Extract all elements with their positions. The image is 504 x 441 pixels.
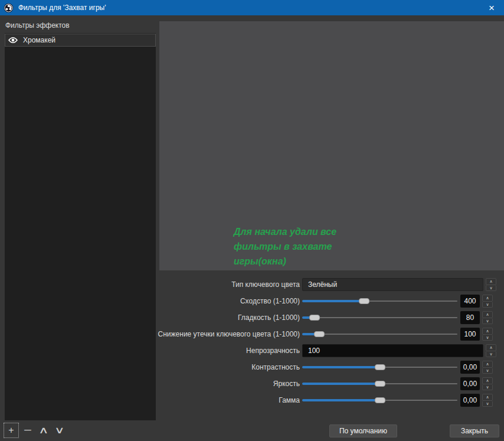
similarity-value-input[interactable]: 400	[460, 295, 480, 308]
brightness-row: Яркость 0,00 ∧ ∨	[0, 377, 504, 390]
close-button[interactable]: Закрыть	[450, 424, 499, 437]
defaults-button[interactable]: По умолчанию	[329, 424, 397, 437]
smoothness-spinner[interactable]: ∧ ∨	[482, 311, 493, 324]
obs-logo-icon	[4, 3, 14, 13]
opacity-label: Непрозрачность	[0, 344, 300, 357]
opacity-row: Непрозрачность 100 ∧ ∨	[0, 344, 504, 357]
slider-handle[interactable]	[359, 298, 369, 304]
smoothness-label: Гладкость (1-1000)	[0, 311, 300, 324]
filter-item-label: Хромакей	[23, 36, 55, 44]
spin-up-icon[interactable]: ∧	[482, 311, 493, 318]
spin-down-icon[interactable]: ∨	[482, 335, 493, 341]
key-color-type-dropdown-arrows[interactable]: ∧ ∨	[486, 278, 496, 291]
spin-up-icon[interactable]: ∧	[486, 344, 496, 351]
spin-down-icon[interactable]: ∨	[486, 351, 496, 358]
slider-fill	[302, 300, 364, 302]
gamma-row: Гамма 0,00 ∧ ∨	[0, 394, 504, 407]
similarity-row: Сходство (1-1000) 400 ∧ ∨	[0, 295, 504, 308]
slider-track[interactable]	[302, 334, 457, 335]
spin-up-icon[interactable]: ∧	[482, 328, 493, 335]
chevron-up-icon: ∧	[38, 426, 49, 435]
spin-down-icon[interactable]: ∨	[482, 302, 493, 308]
key-color-type-label: Тип ключевого цвета	[0, 278, 300, 291]
slider-handle[interactable]	[375, 364, 385, 370]
spill-reduction-slider[interactable]	[302, 328, 457, 341]
chevron-down-icon[interactable]: ∨	[486, 285, 496, 292]
slider-handle[interactable]	[309, 315, 320, 321]
smoothness-slider[interactable]	[302, 311, 457, 324]
contrast-spinner[interactable]: ∧ ∨	[482, 361, 493, 374]
spin-down-icon[interactable]: ∨	[482, 384, 493, 391]
spill-reduction-value-input[interactable]: 100	[460, 328, 480, 341]
plus-icon: +	[8, 426, 14, 435]
contrast-slider[interactable]	[302, 361, 457, 374]
window-title: Фильтры для 'Захват игры'	[18, 4, 106, 12]
title-bar: Фильтры для 'Захват игры' ×	[0, 0, 504, 15]
slider-handle[interactable]	[314, 331, 325, 337]
key-color-type-select[interactable]: Зелёный	[302, 278, 483, 291]
gamma-spinner[interactable]: ∧ ∨	[482, 394, 493, 407]
opacity-input[interactable]: 100	[302, 344, 483, 357]
move-filter-up-button[interactable]: ∧	[37, 423, 51, 437]
spin-up-icon[interactable]: ∧	[482, 295, 493, 302]
filter-settings: Тип ключевого цвета Зелёный ∧ ∨ Сходство…	[0, 278, 504, 410]
visibility-eye-icon[interactable]	[5, 37, 21, 44]
contrast-label: Контрастность	[0, 361, 300, 374]
slider-fill	[302, 366, 380, 368]
gamma-slider[interactable]	[302, 394, 457, 407]
brightness-value-input[interactable]: 0,00	[460, 377, 480, 390]
add-filter-button[interactable]: +	[4, 423, 19, 438]
key-color-type-row: Тип ключевого цвета Зелёный ∧ ∨	[0, 278, 504, 291]
similarity-spinner[interactable]: ∧ ∨	[482, 295, 493, 308]
spill-reduction-label: Снижение утечки ключевого цвета (1-1000)	[0, 328, 300, 341]
gamma-label: Гамма	[0, 394, 300, 407]
brightness-slider[interactable]	[302, 377, 457, 390]
spill-reduction-row: Снижение утечки ключевого цвета (1-1000)…	[0, 328, 504, 341]
move-filter-down-button[interactable]: ∨	[53, 423, 67, 437]
filter-item-chromakey[interactable]: Хромакей	[5, 34, 156, 47]
smoothness-value-input[interactable]: 80	[460, 311, 480, 324]
slider-track[interactable]	[302, 317, 457, 318]
spill-reduction-spinner[interactable]: ∧ ∨	[482, 328, 493, 341]
similarity-slider[interactable]	[302, 295, 457, 308]
preview-overlay-text: Для начала удали все фильтры в захвате и…	[234, 224, 336, 269]
chevron-up-icon[interactable]: ∧	[486, 278, 496, 285]
close-window-icon[interactable]: ×	[479, 0, 504, 15]
slider-fill	[302, 383, 380, 385]
effect-filters-header: Фильтры эффектов	[5, 21, 70, 30]
slider-handle[interactable]	[375, 381, 385, 387]
remove-filter-button[interactable]: −	[21, 423, 35, 437]
spin-down-icon[interactable]: ∨	[482, 318, 493, 325]
spin-up-icon[interactable]: ∧	[482, 361, 493, 368]
chevron-down-icon: ∨	[54, 426, 65, 435]
opacity-spinner[interactable]: ∧ ∨	[486, 344, 496, 357]
filter-preview: Для начала удали все фильтры в захвате и…	[159, 21, 504, 270]
slider-handle[interactable]	[375, 397, 385, 403]
contrast-row: Контрастность 0,00 ∧ ∨	[0, 361, 504, 374]
slider-fill	[302, 399, 380, 401]
brightness-label: Яркость	[0, 377, 300, 390]
spin-up-icon[interactable]: ∧	[482, 394, 493, 401]
spin-down-icon[interactable]: ∨	[482, 401, 493, 407]
filter-list-toolbar: + − ∧ ∨	[4, 423, 68, 438]
smoothness-row: Гладкость (1-1000) 80 ∧ ∨	[0, 311, 504, 324]
brightness-spinner[interactable]: ∧ ∨	[482, 377, 493, 390]
spin-down-icon[interactable]: ∨	[482, 368, 493, 374]
minus-icon: −	[24, 426, 32, 435]
contrast-value-input[interactable]: 0,00	[460, 361, 480, 374]
gamma-value-input[interactable]: 0,00	[460, 394, 480, 407]
similarity-label: Сходство (1-1000)	[0, 295, 300, 308]
spin-up-icon[interactable]: ∧	[482, 377, 493, 384]
